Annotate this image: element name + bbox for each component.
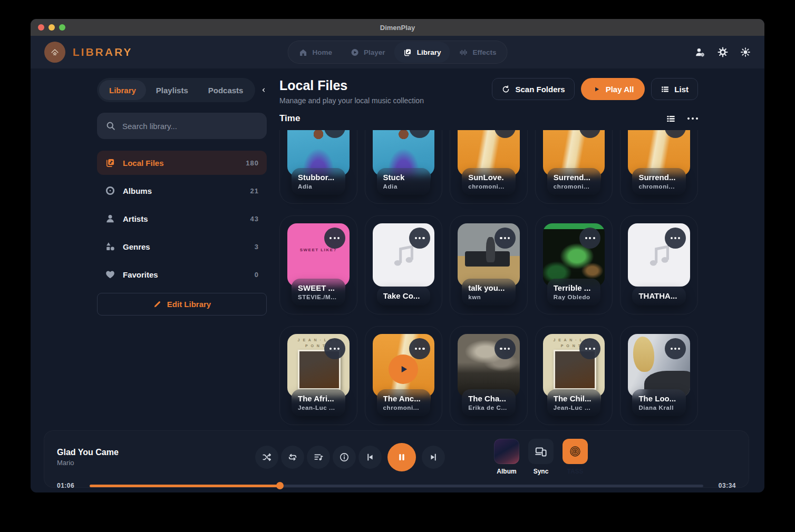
list-view-button[interactable]: List [651, 78, 698, 100]
sidebar-item-count: 180 [246, 159, 259, 167]
nav-item-library[interactable]: Library [394, 42, 450, 63]
album-card[interactable]: StuckAdia [365, 130, 443, 204]
nav-item-player[interactable]: Player [341, 42, 394, 63]
scan-folders-button[interactable]: Scan Folders [492, 78, 574, 100]
card-menu-button[interactable] [579, 228, 600, 249]
library-icon [105, 157, 115, 168]
album-art [543, 223, 605, 287]
search-box [97, 113, 267, 139]
nav-item-effects[interactable]: Effects [450, 42, 505, 63]
tass-button[interactable]: TASS [562, 439, 588, 475]
album-card[interactable]: Terrible ...Ray Obledo [535, 215, 613, 314]
album-card[interactable]: J E A N · L U C P O N T YThe Chil...Jean… [535, 326, 613, 425]
repeat-button[interactable] [281, 446, 304, 469]
sort-selector[interactable]: Time [279, 113, 300, 124]
play-all-button[interactable]: Play All [581, 78, 645, 100]
album-card[interactable]: SunLove.chromoni... [450, 130, 528, 204]
prev-button[interactable] [358, 446, 382, 469]
sidebar-item-local-files[interactable]: Local Files180 [97, 151, 267, 175]
card-artist: STEVIE./M... [298, 294, 339, 300]
card-play-button[interactable] [389, 354, 418, 384]
album-grid-viewport[interactable]: Stubbor...AdiaStuckAdiaSunLove.chromoni.… [279, 130, 698, 430]
sidebar-item-artists[interactable]: Artists43 [97, 206, 267, 231]
card-title: The Anc... [383, 394, 424, 403]
sidebar-item-albums[interactable]: Albums21 [97, 179, 267, 203]
card-label: Stubbor...Adia [292, 168, 345, 195]
album-art: J E A N · L U C P O N T Y [543, 334, 605, 397]
card-menu-button[interactable] [409, 338, 430, 359]
card-label: Surrend...chromoni... [547, 168, 601, 195]
shuffle-button[interactable] [255, 446, 278, 469]
card-menu-button[interactable] [409, 130, 430, 138]
album-button[interactable]: Album [493, 439, 520, 475]
card-title: SunLove. [468, 173, 509, 182]
table-view-icon[interactable] [666, 114, 676, 124]
card-menu-button[interactable] [324, 338, 345, 359]
edit-library-button[interactable]: Edit Library [97, 293, 267, 316]
album-art [373, 334, 435, 397]
viz-icon [569, 445, 581, 458]
seek-bar[interactable] [90, 485, 703, 487]
more-options-icon[interactable] [687, 117, 699, 120]
theme-sun-icon[interactable] [740, 47, 751, 57]
sidebar-tab-library[interactable]: Library [99, 80, 146, 100]
seek-thumb[interactable] [276, 482, 284, 489]
card-artist: Adia [298, 183, 339, 190]
album-card[interactable]: The Loo...Diana Krall [620, 326, 698, 425]
card-label: SunLove.chromoni... [462, 168, 516, 195]
next-button[interactable] [422, 446, 445, 469]
pause-button[interactable] [387, 443, 416, 471]
sidebar-tab-podcasts[interactable]: Podcasts [198, 80, 254, 100]
card-menu-button[interactable] [324, 228, 345, 249]
card-menu-button[interactable] [665, 228, 686, 249]
side-button-label: TASS [567, 468, 583, 475]
header-actions [695, 47, 751, 57]
album-card[interactable]: talk you...kwn [450, 215, 528, 314]
queue-button[interactable] [307, 446, 330, 469]
card-menu-button[interactable] [324, 130, 345, 138]
card-menu-button[interactable] [495, 228, 516, 249]
sidebar-item-favorites[interactable]: Favorites0 [97, 262, 267, 287]
card-artist: chromoni... [638, 183, 680, 190]
album-card[interactable]: The Anc...chromoni... [365, 326, 443, 425]
album-card[interactable]: THATHA... [620, 215, 698, 314]
user-settings-icon[interactable] [695, 47, 705, 57]
card-menu-button[interactable] [409, 228, 430, 249]
card-menu-button[interactable] [665, 130, 686, 138]
album-card[interactable]: Take Co... [365, 215, 443, 314]
info-button[interactable] [333, 446, 356, 469]
pause-icon [396, 451, 408, 463]
sidebar-item-count: 43 [250, 215, 259, 223]
sidebar-item-genres[interactable]: Genres3 [97, 234, 267, 259]
effects-icon [459, 48, 468, 57]
card-menu-button[interactable] [495, 130, 516, 138]
card-title: SWEET ... [298, 283, 339, 292]
card-title: Terrible ... [554, 283, 595, 292]
collapse-sidebar-icon[interactable] [261, 84, 267, 96]
album-card[interactable]: Surrend...chromoni... [620, 130, 698, 204]
album-card[interactable]: Stubbor...Adia [279, 130, 357, 204]
card-menu-button[interactable] [579, 130, 600, 138]
card-menu-button[interactable] [579, 338, 600, 359]
search-input[interactable] [122, 122, 258, 131]
card-title: The Chil... [554, 394, 595, 403]
album-card[interactable]: The Cha...Erika de C... [450, 326, 528, 425]
nav-item-home[interactable]: Home [290, 42, 342, 63]
card-artist: kwn [468, 294, 509, 300]
sidebar-tab-playlists[interactable]: Playlists [146, 80, 198, 100]
card-menu-button[interactable] [495, 338, 516, 359]
card-artist: chromoni... [383, 405, 424, 411]
album-card[interactable]: SWEET LIKE?SWEET ...STEVIE./M... [279, 215, 357, 314]
side-button-label: Sync [534, 468, 549, 475]
sidebar-item-label: Artists [123, 214, 148, 223]
sync-button[interactable]: Sync [528, 439, 554, 475]
settings-icon[interactable] [718, 47, 728, 57]
album-card[interactable]: J E A N · L U C P O N T YThe Afri...Jean… [279, 326, 357, 425]
sidebar: LibraryPlaylistsPodcasts Local Files180A… [97, 78, 267, 430]
card-menu-button[interactable] [665, 338, 686, 359]
search-icon [105, 121, 116, 131]
card-artist: Erika de C... [468, 405, 509, 411]
card-label: Terrible ...Ray Obledo [547, 279, 601, 306]
album-card[interactable]: Surrend...chromoni... [535, 130, 613, 204]
content-area: LibraryPlaylistsPodcasts Local Files180A… [31, 68, 764, 430]
